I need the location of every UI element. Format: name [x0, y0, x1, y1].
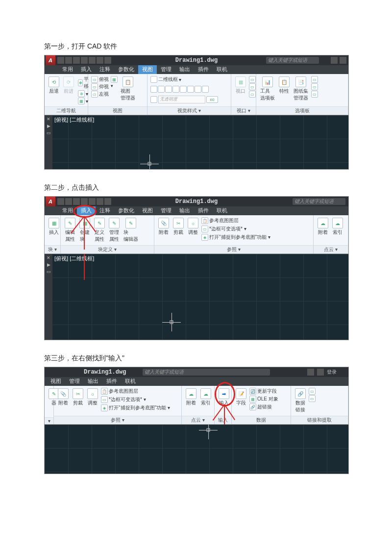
tab-shuchu[interactable]: 输出 — [175, 206, 194, 215]
vs-icon[interactable] — [187, 86, 194, 93]
wireframe-icon[interactable] — [150, 76, 157, 83]
properties-button[interactable]: 📋特性 — [278, 76, 291, 95]
tab-guanli[interactable]: 管理 — [65, 377, 84, 386]
qat-icon[interactable] — [73, 198, 80, 205]
viewport-label[interactable]: [俯视] [二维线框] — [54, 116, 94, 124]
login-text[interactable]: 登录 — [327, 369, 337, 376]
vs-icon[interactable] — [150, 86, 157, 93]
vs-icon[interactable] — [172, 86, 179, 93]
vp-icon[interactable]: ▭ — [249, 76, 256, 83]
qat-icon[interactable] — [65, 57, 72, 64]
block-editor-button[interactable]: ✎块 编辑器 — [122, 217, 139, 243]
vs-icon[interactable] — [180, 86, 187, 93]
qat-icon[interactable] — [81, 198, 88, 205]
qat-icon[interactable] — [81, 57, 88, 64]
search-input[interactable]: 键入关键字或短语 — [143, 369, 270, 376]
tab-guanli[interactable]: 管理 — [157, 65, 175, 74]
underlay-layers-button[interactable]: 📋参考底图图层 — [201, 217, 270, 224]
tab-chajian[interactable]: 插件 — [194, 65, 213, 74]
attach-button[interactable]: 📎附着 — [57, 388, 70, 407]
qat-icon[interactable] — [89, 198, 96, 205]
qat-icon[interactable] — [104, 57, 111, 64]
tab-canshuhua[interactable]: 参数化 — [114, 206, 138, 215]
field-button[interactable]: 📝字段 — [235, 388, 247, 407]
adjust-button[interactable]: ☼调整 — [187, 217, 199, 236]
tab-lianji[interactable]: 联机 — [213, 65, 231, 74]
left-view-button[interactable]: ▭左视 — [91, 91, 109, 98]
update-field-button[interactable]: 🔄更新字段 — [249, 388, 278, 395]
link-icon[interactable]: ▭ — [309, 388, 316, 395]
tool-palette-button[interactable]: 📊工具 选项板 — [259, 76, 276, 102]
nav-icon[interactable]: ▭ — [46, 269, 51, 274]
tab-chajian[interactable]: 插件 — [102, 377, 121, 386]
qat-icon[interactable] — [89, 57, 96, 64]
nav-icon[interactable]: ▶ — [46, 124, 51, 128]
tab-shitu[interactable]: 视图 — [47, 377, 65, 386]
app-logo[interactable]: A — [46, 55, 55, 65]
help-icon[interactable] — [307, 369, 314, 376]
index-button[interactable]: ☁索引 — [199, 388, 212, 407]
opacity-input[interactable]: 无透明度 — [158, 96, 205, 103]
adjust-button[interactable]: ☼调整 — [86, 388, 99, 407]
viewport-label[interactable]: [俯视] [二维线框] — [54, 255, 94, 262]
manage-attr-button[interactable]: ✎管理 属性 — [108, 217, 121, 243]
snap-underlay-button[interactable]: ◈打开"捕捉到参考底图"功能 ▾ — [101, 404, 170, 411]
attach-cloud-button[interactable]: ☁附着 — [317, 217, 329, 236]
qat-icon[interactable] — [57, 198, 64, 205]
tab-zhushi[interactable]: 注释 — [96, 65, 114, 74]
sheet-set-button[interactable]: 📑图纸集 管理器 — [293, 76, 309, 102]
tab-chajian[interactable]: 插件 — [194, 206, 213, 215]
orbit-icon[interactable]: ⊕ — [78, 90, 85, 97]
frame-options-button[interactable]: ▭*边框可变选项* ▾ — [101, 396, 170, 403]
opacity-icon[interactable] — [150, 96, 157, 103]
user-icon[interactable] — [317, 369, 324, 376]
drawing-canvas[interactable]: ✕▶▭ [俯视] [二维线框] — [45, 254, 348, 340]
vp-icon[interactable]: ▭ — [249, 91, 256, 98]
insert-button[interactable]: ▦插入 — [48, 217, 60, 236]
qat-icon[interactable] — [97, 57, 103, 64]
palette-icon[interactable]: ▭ — [311, 91, 318, 98]
underlay-layers-button[interactable]: 📋参考底图图层 — [101, 388, 170, 395]
vs-icon[interactable] — [165, 86, 172, 93]
frame-options-button[interactable]: ▭*边框可变选项* ▾ — [201, 226, 270, 232]
user-icon[interactable] — [340, 57, 346, 64]
tab-charu[interactable]: 插入 — [77, 65, 96, 74]
edit-attr-button[interactable]: ✎编辑 属性 — [64, 217, 76, 243]
nav-icon[interactable]: ▭ — [46, 130, 51, 135]
qat-icon[interactable] — [57, 57, 64, 64]
extents-icon[interactable]: ▦ — [78, 98, 85, 104]
vs-icon[interactable] — [195, 86, 201, 93]
viewport-button[interactable]: ▦视口 — [234, 76, 247, 95]
tab-shitu[interactable]: 视图 — [138, 65, 157, 74]
help-icon[interactable] — [331, 57, 338, 64]
view-manager-button[interactable]: 📋视图 管理器 — [120, 76, 136, 102]
close-icon[interactable]: ✕ — [46, 117, 51, 122]
drawing-canvas[interactable] — [45, 425, 348, 474]
tab-zhushi[interactable]: 注释 — [96, 206, 114, 215]
view-icon[interactable]: ▦ — [111, 76, 118, 83]
tab-shitu[interactable]: 视图 — [138, 206, 157, 215]
drawing-canvas[interactable]: ✕▶▭ [俯视] [二维线框] — [45, 115, 348, 169]
vs-icon[interactable] — [158, 86, 165, 93]
palette-icon[interactable]: ▭ — [311, 76, 318, 83]
nav-icon[interactable]: ▶ — [46, 262, 51, 267]
close-icon[interactable]: ✕ — [46, 255, 51, 260]
clip-button[interactable]: ✂剪裁 — [172, 217, 185, 236]
vp-icon[interactable]: ▭ — [249, 83, 256, 90]
qat-icon[interactable] — [73, 57, 80, 64]
qat-icon[interactable] — [97, 198, 103, 205]
clip-button[interactable]: ✂剪裁 — [72, 388, 84, 407]
search-input[interactable]: 键入关键字或短语 — [266, 57, 319, 64]
top-view-button[interactable]: ▭俯视 — [91, 76, 109, 83]
data-link-button[interactable]: 🔗数据 链接 — [294, 388, 307, 414]
tab-canshuhua[interactable]: 参数化 — [114, 65, 138, 74]
app-logo[interactable]: A — [46, 197, 55, 206]
tab-shuchu[interactable]: 输出 — [175, 65, 194, 74]
bottom-view-button[interactable]: ▭仰视 — [91, 83, 109, 90]
snap-underlay-button[interactable]: ◈打开"捕捉到参考底图"功能 ▾ — [201, 234, 270, 241]
attach-button[interactable]: 📎附着 — [157, 217, 170, 236]
search-input[interactable]: 键入关键字或短语 — [293, 198, 345, 205]
qat-icon[interactable] — [65, 198, 72, 205]
vs-icon[interactable] — [202, 86, 209, 93]
ole-object-button[interactable]: ▦OLE 对象 — [249, 396, 278, 403]
